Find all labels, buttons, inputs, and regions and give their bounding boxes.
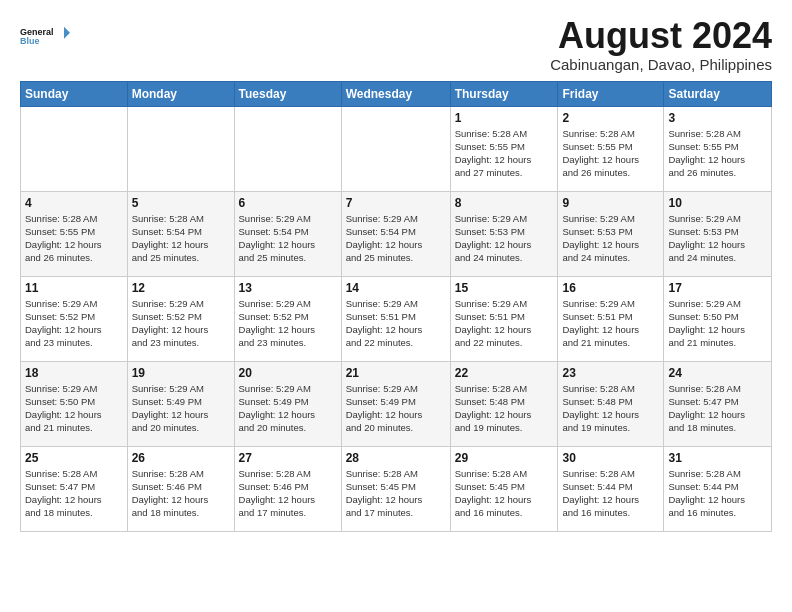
day-number: 27 <box>239 451 337 465</box>
weekday-header-monday: Monday <box>127 81 234 106</box>
calendar-cell: 22Sunrise: 5:28 AMSunset: 5:48 PMDayligh… <box>450 361 558 446</box>
day-info: Sunrise: 5:28 AMSunset: 5:47 PMDaylight:… <box>668 382 767 435</box>
logo: General Blue <box>20 16 70 56</box>
day-number: 3 <box>668 111 767 125</box>
calendar-cell: 24Sunrise: 5:28 AMSunset: 5:47 PMDayligh… <box>664 361 772 446</box>
calendar-cell: 19Sunrise: 5:29 AMSunset: 5:49 PMDayligh… <box>127 361 234 446</box>
calendar-cell <box>21 106 128 191</box>
calendar-cell: 9Sunrise: 5:29 AMSunset: 5:53 PMDaylight… <box>558 191 664 276</box>
calendar-cell: 23Sunrise: 5:28 AMSunset: 5:48 PMDayligh… <box>558 361 664 446</box>
calendar-cell: 3Sunrise: 5:28 AMSunset: 5:55 PMDaylight… <box>664 106 772 191</box>
day-number: 31 <box>668 451 767 465</box>
calendar-cell: 4Sunrise: 5:28 AMSunset: 5:55 PMDaylight… <box>21 191 128 276</box>
day-info: Sunrise: 5:28 AMSunset: 5:55 PMDaylight:… <box>455 127 554 180</box>
day-info: Sunrise: 5:29 AMSunset: 5:51 PMDaylight:… <box>346 297 446 350</box>
weekday-header-friday: Friday <box>558 81 664 106</box>
calendar-cell: 26Sunrise: 5:28 AMSunset: 5:46 PMDayligh… <box>127 446 234 531</box>
title-area: August 2024 Cabinuangan, Davao, Philippi… <box>550 16 772 73</box>
calendar-cell: 31Sunrise: 5:28 AMSunset: 5:44 PMDayligh… <box>664 446 772 531</box>
day-info: Sunrise: 5:28 AMSunset: 5:46 PMDaylight:… <box>132 467 230 520</box>
day-number: 1 <box>455 111 554 125</box>
calendar-cell: 1Sunrise: 5:28 AMSunset: 5:55 PMDaylight… <box>450 106 558 191</box>
day-number: 17 <box>668 281 767 295</box>
day-info: Sunrise: 5:29 AMSunset: 5:52 PMDaylight:… <box>25 297 123 350</box>
day-number: 4 <box>25 196 123 210</box>
weekday-header-saturday: Saturday <box>664 81 772 106</box>
day-info: Sunrise: 5:28 AMSunset: 5:45 PMDaylight:… <box>346 467 446 520</box>
svg-text:Blue: Blue <box>20 36 40 46</box>
day-info: Sunrise: 5:28 AMSunset: 5:48 PMDaylight:… <box>562 382 659 435</box>
day-info: Sunrise: 5:29 AMSunset: 5:52 PMDaylight:… <box>239 297 337 350</box>
calendar-table: SundayMondayTuesdayWednesdayThursdayFrid… <box>20 81 772 532</box>
calendar-cell <box>341 106 450 191</box>
calendar-cell: 6Sunrise: 5:29 AMSunset: 5:54 PMDaylight… <box>234 191 341 276</box>
day-number: 26 <box>132 451 230 465</box>
calendar-cell: 11Sunrise: 5:29 AMSunset: 5:52 PMDayligh… <box>21 276 128 361</box>
calendar-cell: 25Sunrise: 5:28 AMSunset: 5:47 PMDayligh… <box>21 446 128 531</box>
day-number: 22 <box>455 366 554 380</box>
svg-text:General: General <box>20 27 54 37</box>
day-number: 8 <box>455 196 554 210</box>
day-info: Sunrise: 5:29 AMSunset: 5:53 PMDaylight:… <box>562 212 659 265</box>
day-number: 7 <box>346 196 446 210</box>
day-number: 11 <box>25 281 123 295</box>
location-subtitle: Cabinuangan, Davao, Philippines <box>550 56 772 73</box>
day-info: Sunrise: 5:29 AMSunset: 5:53 PMDaylight:… <box>455 212 554 265</box>
day-info: Sunrise: 5:28 AMSunset: 5:54 PMDaylight:… <box>132 212 230 265</box>
day-number: 9 <box>562 196 659 210</box>
calendar-cell: 14Sunrise: 5:29 AMSunset: 5:51 PMDayligh… <box>341 276 450 361</box>
calendar-cell: 16Sunrise: 5:29 AMSunset: 5:51 PMDayligh… <box>558 276 664 361</box>
day-number: 15 <box>455 281 554 295</box>
day-info: Sunrise: 5:29 AMSunset: 5:50 PMDaylight:… <box>668 297 767 350</box>
day-number: 19 <box>132 366 230 380</box>
day-number: 28 <box>346 451 446 465</box>
day-info: Sunrise: 5:28 AMSunset: 5:46 PMDaylight:… <box>239 467 337 520</box>
day-number: 20 <box>239 366 337 380</box>
calendar-cell: 17Sunrise: 5:29 AMSunset: 5:50 PMDayligh… <box>664 276 772 361</box>
calendar-cell: 20Sunrise: 5:29 AMSunset: 5:49 PMDayligh… <box>234 361 341 446</box>
day-number: 13 <box>239 281 337 295</box>
day-info: Sunrise: 5:29 AMSunset: 5:49 PMDaylight:… <box>346 382 446 435</box>
day-info: Sunrise: 5:29 AMSunset: 5:49 PMDaylight:… <box>132 382 230 435</box>
day-number: 18 <box>25 366 123 380</box>
calendar-cell: 8Sunrise: 5:29 AMSunset: 5:53 PMDaylight… <box>450 191 558 276</box>
day-info: Sunrise: 5:29 AMSunset: 5:49 PMDaylight:… <box>239 382 337 435</box>
day-info: Sunrise: 5:28 AMSunset: 5:47 PMDaylight:… <box>25 467 123 520</box>
calendar-cell: 15Sunrise: 5:29 AMSunset: 5:51 PMDayligh… <box>450 276 558 361</box>
calendar-cell: 5Sunrise: 5:28 AMSunset: 5:54 PMDaylight… <box>127 191 234 276</box>
day-info: Sunrise: 5:28 AMSunset: 5:55 PMDaylight:… <box>668 127 767 180</box>
day-number: 23 <box>562 366 659 380</box>
day-info: Sunrise: 5:28 AMSunset: 5:44 PMDaylight:… <box>562 467 659 520</box>
day-info: Sunrise: 5:29 AMSunset: 5:53 PMDaylight:… <box>668 212 767 265</box>
day-number: 25 <box>25 451 123 465</box>
calendar-cell: 27Sunrise: 5:28 AMSunset: 5:46 PMDayligh… <box>234 446 341 531</box>
day-number: 10 <box>668 196 767 210</box>
day-number: 29 <box>455 451 554 465</box>
day-number: 30 <box>562 451 659 465</box>
day-info: Sunrise: 5:29 AMSunset: 5:50 PMDaylight:… <box>25 382 123 435</box>
day-number: 14 <box>346 281 446 295</box>
day-info: Sunrise: 5:28 AMSunset: 5:45 PMDaylight:… <box>455 467 554 520</box>
day-number: 2 <box>562 111 659 125</box>
day-number: 24 <box>668 366 767 380</box>
day-number: 21 <box>346 366 446 380</box>
day-info: Sunrise: 5:29 AMSunset: 5:54 PMDaylight:… <box>346 212 446 265</box>
calendar-cell: 2Sunrise: 5:28 AMSunset: 5:55 PMDaylight… <box>558 106 664 191</box>
calendar-cell: 30Sunrise: 5:28 AMSunset: 5:44 PMDayligh… <box>558 446 664 531</box>
weekday-header-tuesday: Tuesday <box>234 81 341 106</box>
weekday-header-wednesday: Wednesday <box>341 81 450 106</box>
day-info: Sunrise: 5:29 AMSunset: 5:51 PMDaylight:… <box>562 297 659 350</box>
day-info: Sunrise: 5:28 AMSunset: 5:44 PMDaylight:… <box>668 467 767 520</box>
calendar-cell: 10Sunrise: 5:29 AMSunset: 5:53 PMDayligh… <box>664 191 772 276</box>
day-number: 5 <box>132 196 230 210</box>
calendar-cell: 13Sunrise: 5:29 AMSunset: 5:52 PMDayligh… <box>234 276 341 361</box>
calendar-cell: 29Sunrise: 5:28 AMSunset: 5:45 PMDayligh… <box>450 446 558 531</box>
svg-marker-2 <box>64 27 70 39</box>
day-info: Sunrise: 5:29 AMSunset: 5:54 PMDaylight:… <box>239 212 337 265</box>
calendar-cell <box>234 106 341 191</box>
weekday-header-thursday: Thursday <box>450 81 558 106</box>
calendar-cell: 21Sunrise: 5:29 AMSunset: 5:49 PMDayligh… <box>341 361 450 446</box>
day-info: Sunrise: 5:28 AMSunset: 5:55 PMDaylight:… <box>562 127 659 180</box>
day-number: 12 <box>132 281 230 295</box>
day-number: 16 <box>562 281 659 295</box>
